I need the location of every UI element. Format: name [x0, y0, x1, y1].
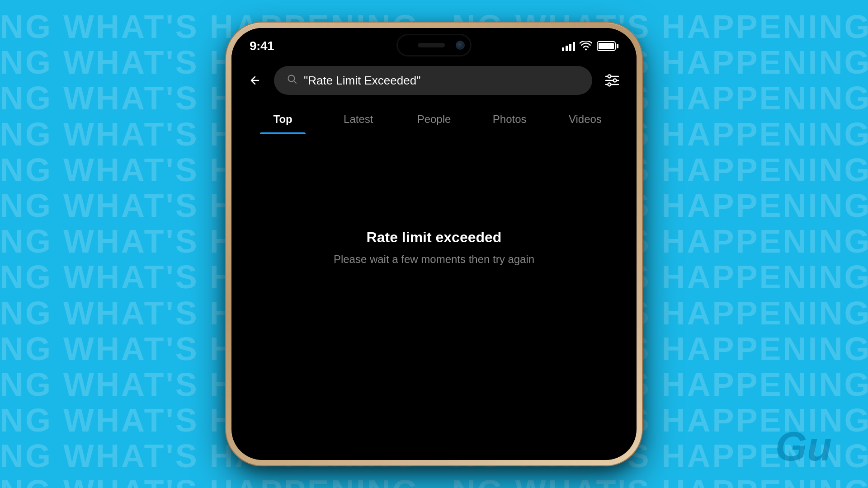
- bg-line: NG WHAT'S HAPPENING NG WHAT'S HAPPENING: [0, 474, 868, 488]
- svg-point-7: [608, 83, 611, 86]
- tab-videos[interactable]: Videos: [547, 104, 623, 134]
- search-bar[interactable]: "Rate Limit Exceeded": [274, 66, 592, 95]
- wifi-icon: [580, 41, 592, 51]
- svg-point-3: [608, 75, 611, 78]
- battery-body: [597, 41, 616, 51]
- back-button[interactable]: [245, 70, 265, 90]
- search-area: "Rate Limit Exceeded": [231, 57, 637, 104]
- svg-point-5: [613, 79, 617, 82]
- filter-button[interactable]: [601, 70, 623, 90]
- battery-icon: [597, 41, 618, 51]
- error-title: Rate limit exceeded: [367, 229, 502, 246]
- search-icon: [287, 74, 297, 88]
- phone-frame: 9:41: [226, 23, 642, 465]
- error-subtitle: Please wait a few moments then try again: [334, 253, 534, 266]
- error-content: Rate limit exceeded Please wait a few mo…: [231, 134, 637, 360]
- tab-top[interactable]: Top: [245, 104, 321, 134]
- signal-bar-2: [566, 46, 568, 51]
- tab-people[interactable]: People: [396, 104, 472, 134]
- speaker-grille: [418, 43, 445, 47]
- tab-latest[interactable]: Latest: [321, 104, 396, 134]
- dynamic-island: [398, 35, 470, 55]
- battery-tip: [617, 44, 618, 48]
- status-icons: [562, 41, 618, 51]
- phone-shell: 9:41: [226, 23, 642, 465]
- screen-content: "Rate Limit Exceeded": [231, 57, 637, 360]
- signal-bar-1: [562, 47, 564, 51]
- phone-screen: 9:41: [231, 28, 637, 460]
- tab-photos[interactable]: Photos: [472, 104, 547, 134]
- status-time: 9:41: [250, 39, 274, 53]
- signal-bar-3: [569, 44, 571, 51]
- status-bar: 9:41: [231, 28, 637, 57]
- watermark: Gu: [775, 423, 832, 470]
- signal-bar-4: [573, 42, 575, 51]
- signal-icon: [562, 41, 575, 51]
- battery-fill: [599, 43, 614, 49]
- tabs-bar: Top Latest People Photos Videos: [231, 104, 637, 134]
- search-query-text: "Rate Limit Exceeded": [304, 74, 420, 88]
- svg-point-0: [585, 49, 587, 51]
- front-camera: [456, 41, 465, 50]
